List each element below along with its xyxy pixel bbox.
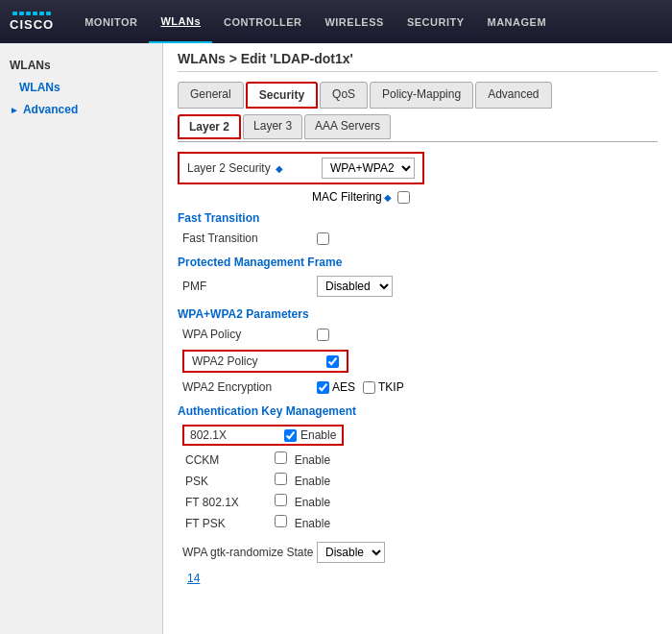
cckm-checkbox[interactable] <box>275 451 287 464</box>
wpa-gtk-select[interactable]: Disable Enable <box>317 542 385 563</box>
wpa-policy-label: WPA Policy <box>182 328 317 341</box>
wpa2-policy-checkbox[interactable] <box>326 355 339 368</box>
ft80211x-enable: Enable <box>295 496 330 509</box>
number-link[interactable]: 14 <box>187 572 200 585</box>
mac-filtering-checkbox[interactable] <box>397 191 410 204</box>
ft80211x-label: FT 802.1X <box>185 496 262 509</box>
psk-checkbox[interactable] <box>275 473 287 485</box>
tab-advanced[interactable]: Advanced <box>475 82 551 109</box>
mac-filtering-row: MAC Filtering ◆ <box>312 190 658 204</box>
tab-qos[interactable]: QoS <box>320 82 368 109</box>
sub-tab-aaa[interactable]: AAA Servers <box>304 114 391 139</box>
aes-checkbox[interactable] <box>317 381 329 394</box>
wpa2-policy-row: WPA2 Policy <box>182 350 348 373</box>
80211x-label: 802.1X <box>190 428 276 442</box>
topbar: CISCO MONITOR WLANs CONTROLLER WIRELESS … <box>0 0 672 43</box>
wpa2-policy-label: WPA2 Policy <box>192 354 326 368</box>
nav-wlans[interactable]: WLANs <box>149 0 212 43</box>
wpa-params-section: WPA+WPA2 Parameters WPA Policy WPA2 Poli… <box>178 307 658 397</box>
layer2-security-select[interactable]: WPA+WPA2 None WPA3 802.1X Static WEP <box>322 158 415 179</box>
pmf-title: Protected Management Frame <box>178 256 658 269</box>
cckm-enable: Enable <box>295 453 330 467</box>
wpa-gtk-label: WPA gtk-randomize State <box>182 546 317 559</box>
nav-monitor[interactable]: MONITOR <box>73 0 149 43</box>
auth-key-section: Authentication Key Management 802.1X Ena… <box>178 404 658 585</box>
tkip-checkbox[interactable] <box>363 381 375 394</box>
fast-transition-title: Fast Transition <box>178 211 658 225</box>
nav-management[interactable]: MANAGEM <box>476 0 559 43</box>
main-tabs: General Security QoS Policy-Mapping Adva… <box>178 82 658 109</box>
number-link-row: 14 <box>178 572 658 585</box>
80211x-highlighted: 802.1X Enable <box>182 425 344 446</box>
layer2-security-label: Layer 2 Security ◆ <box>187 161 322 175</box>
nav-security[interactable]: SECURITY <box>396 0 476 43</box>
auth-row-80211x: 802.1X Enable <box>178 422 658 449</box>
wpa2-encryption-label: WPA2 Encryption <box>182 380 317 394</box>
mac-filtering-label: MAC Filtering <box>312 190 382 204</box>
tkip-label: TKIP <box>378 380 404 394</box>
tab-policy-mapping[interactable]: Policy-Mapping <box>370 82 473 109</box>
aes-option: AES <box>317 380 355 394</box>
page-title: WLANs > Edit 'LDAP-dot1x' <box>178 51 658 72</box>
sidebar-section-title: WLANs <box>0 53 162 78</box>
advanced-arrow-icon: ► <box>10 105 19 115</box>
fast-transition-label: Fast Transition <box>182 232 317 245</box>
pmf-label: PMF <box>182 280 317 293</box>
cisco-logo: CISCO <box>10 12 54 32</box>
80211x-checkbox[interactable] <box>284 429 297 442</box>
main-content: WLANs > Edit 'LDAP-dot1x' General Securi… <box>163 43 672 634</box>
sub-tabs: Layer 2 Layer 3 AAA Servers <box>178 114 658 142</box>
auth-row-psk: PSK Enable <box>178 470 658 491</box>
aes-label: AES <box>332 380 355 394</box>
wpa-gtk-row: WPA gtk-randomize State Disable Enable <box>178 539 658 566</box>
wpa2-encryption-row: WPA2 Encryption AES TKIP <box>178 378 658 397</box>
fast-transition-row: Fast Transition <box>178 229 658 248</box>
psk-label: PSK <box>185 475 262 488</box>
ft80211x-checkbox[interactable] <box>275 494 287 506</box>
layer2-security-row: Layer 2 Security ◆ WPA+WPA2 None WPA3 80… <box>178 152 424 184</box>
sidebar-advanced-label: Advanced <box>23 103 78 116</box>
wpa-params-title: WPA+WPA2 Parameters <box>178 307 658 321</box>
pmf-select[interactable]: Disabled Optional Required <box>317 276 393 297</box>
nav-items: MONITOR WLANs CONTROLLER WIRELESS SECURI… <box>73 0 558 43</box>
auth-row-ftpsk: FT PSK Enable <box>178 512 658 533</box>
auth-key-title: Authentication Key Management <box>178 404 658 418</box>
cisco-dots <box>12 12 51 15</box>
pmf-section: Protected Management Frame PMF Disabled … <box>178 256 658 300</box>
wpa-policy-checkbox[interactable] <box>317 329 329 341</box>
encryption-options: AES TKIP <box>317 380 404 394</box>
psk-enable: Enable <box>295 475 330 488</box>
tab-general[interactable]: General <box>178 82 244 109</box>
ftpsk-checkbox[interactable] <box>275 515 287 527</box>
tkip-option: TKIP <box>363 380 404 394</box>
sidebar-item-advanced[interactable]: ► Advanced <box>0 97 162 122</box>
fast-transition-section: Fast Transition Fast Transition <box>178 211 658 248</box>
sidebar: WLANs WLANs ► Advanced <box>0 43 163 634</box>
sidebar-item-wlans[interactable]: WLANs <box>0 78 162 97</box>
auth-row-ft80211x: FT 802.1X Enable <box>178 491 658 512</box>
80211x-enable: Enable <box>300 428 336 442</box>
sub-tab-layer3[interactable]: Layer 3 <box>243 114 302 139</box>
tab-security[interactable]: Security <box>246 82 318 109</box>
cisco-brand: CISCO <box>10 17 54 32</box>
auth-row-cckm: CCKM Enable <box>178 449 658 470</box>
mac-filtering-help-icon[interactable]: ◆ <box>384 192 392 203</box>
auth-table: 802.1X Enable CCKM Enable <box>178 422 658 533</box>
layer2-security-help-icon[interactable]: ◆ <box>276 163 283 174</box>
pmf-row: PMF Disabled Optional Required <box>178 273 658 300</box>
ftpsk-enable: Enable <box>295 517 330 530</box>
sub-tab-layer2[interactable]: Layer 2 <box>178 114 241 139</box>
page-layout: WLANs WLANs ► Advanced WLANs > Edit 'LDA… <box>0 43 672 634</box>
nav-wireless[interactable]: WIRELESS <box>313 0 395 43</box>
nav-controller[interactable]: CONTROLLER <box>212 0 313 43</box>
ftpsk-label: FT PSK <box>185 517 262 530</box>
fast-transition-checkbox[interactable] <box>317 232 329 245</box>
cckm-label: CCKM <box>185 453 262 467</box>
wpa-policy-row: WPA Policy <box>178 325 658 344</box>
